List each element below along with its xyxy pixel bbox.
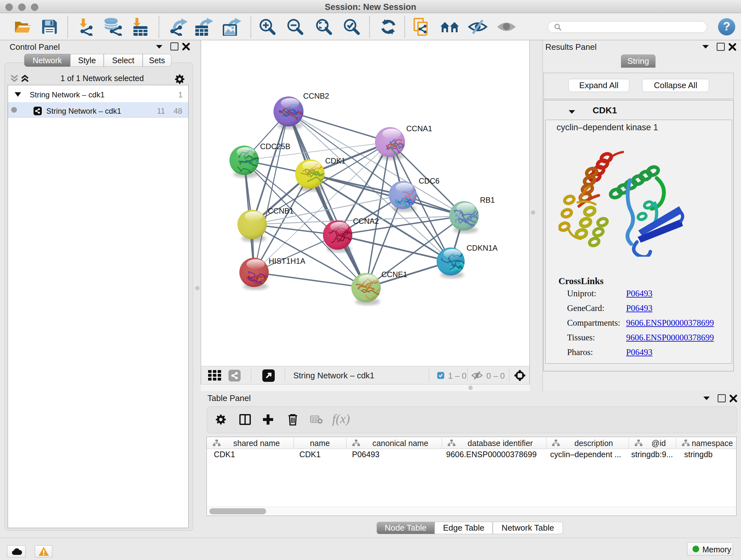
svg-text:CCNA1: CCNA1 — [406, 124, 432, 133]
svg-text:CCNB1: CCNB1 — [268, 206, 293, 215]
svg-text:CCNA2: CCNA2 — [353, 217, 379, 226]
svg-text:CDC25B: CDC25B — [260, 142, 290, 151]
svg-text:HIST1H1A: HIST1H1A — [269, 257, 306, 265]
svg-text:CDC6: CDC6 — [419, 177, 440, 185]
svg-text:CCNB2: CCNB2 — [303, 91, 329, 100]
svg-text:CCNE1: CCNE1 — [381, 270, 407, 279]
svg-text:CDKN1A: CDKN1A — [467, 244, 497, 252]
svg-text:CDK1: CDK1 — [325, 157, 346, 165]
svg-text:RB1: RB1 — [480, 196, 495, 204]
